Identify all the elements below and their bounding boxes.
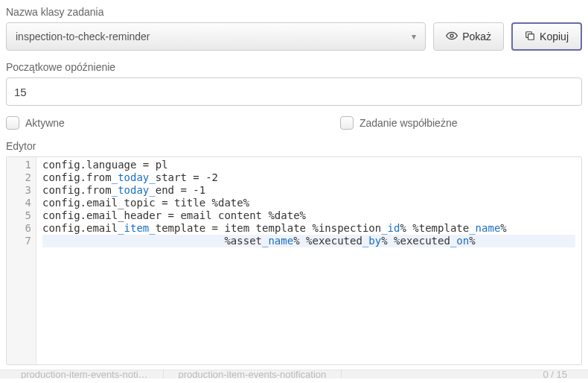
- initial-delay-label: Początkowe opóźnienie: [6, 61, 582, 73]
- active-checkbox-wrap[interactable]: Aktywne: [6, 116, 65, 130]
- code-line: config.from_today_start = -2: [42, 171, 575, 184]
- footer-cell-2: production-item-events-notification: [164, 370, 342, 379]
- code-line: config.from_today_end = -1: [42, 184, 575, 197]
- concurrent-checkbox[interactable]: [340, 116, 354, 130]
- copy-button[interactable]: Kopiuj: [511, 22, 582, 51]
- code-line: config.email_topic = title %date%: [42, 197, 575, 209]
- active-checkbox[interactable]: [6, 116, 19, 130]
- task-class-dropdown[interactable]: inspection-to-check-reminder ▾: [6, 22, 426, 51]
- task-class-name-label: Nazwa klasy zadania: [6, 6, 582, 18]
- copy-button-label: Kopiuj: [540, 31, 569, 42]
- code-line: config.email_item_template = item templa…: [42, 222, 575, 235]
- editor-gutter: 1 2 3 4 5 6 7: [7, 157, 36, 364]
- eye-icon: [446, 30, 458, 44]
- code-line: config.email_header = email content %dat…: [42, 209, 575, 222]
- editor-code-area[interactable]: config.language = plconfig.from_today_st…: [36, 157, 581, 364]
- code-line: config.language = pl: [42, 159, 575, 171]
- svg-point-0: [450, 34, 453, 37]
- show-button[interactable]: Pokaż: [433, 22, 504, 51]
- concurrent-checkbox-wrap[interactable]: Zadanie współbieżne: [340, 116, 458, 130]
- footer-right: 0 / 15: [543, 370, 582, 379]
- copy-icon: [525, 31, 535, 43]
- svg-rect-2: [528, 34, 534, 39]
- task-class-value: inspection-to-check-reminder: [16, 31, 412, 42]
- code-editor[interactable]: 1 2 3 4 5 6 7 config.language = plconfig…: [6, 156, 582, 365]
- initial-delay-input[interactable]: [6, 77, 582, 106]
- footer-cell-1: production-item-events-noti…: [6, 370, 164, 379]
- chevron-down-icon: ▾: [412, 31, 416, 42]
- bottom-table-row: production-item-events-noti… production-…: [0, 370, 588, 379]
- editor-label: Edytor: [6, 140, 582, 152]
- active-checkbox-label: Aktywne: [25, 117, 65, 129]
- show-button-label: Pokaż: [462, 31, 491, 42]
- code-line: %asset_name% %executed_by% %executed_on%: [42, 235, 575, 247]
- concurrent-checkbox-label: Zadanie współbieżne: [359, 117, 458, 129]
